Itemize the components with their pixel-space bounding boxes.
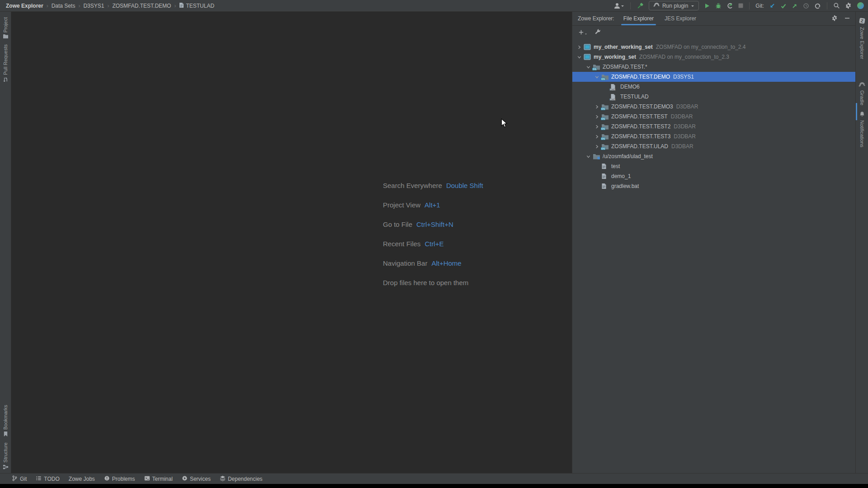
- toolwindow-button-bookmarks[interactable]: Bookmarks: [3, 405, 8, 438]
- breadcrumb: Zowe Explorer › Data Sets › D3SYS1 › ZOS…: [6, 2, 214, 9]
- breadcrumb-item[interactable]: D3SYS1: [83, 3, 104, 9]
- member-icon: MEM: [610, 84, 618, 90]
- toolwindow-button-pull-requests[interactable]: Pull Requests: [3, 44, 9, 84]
- tree-item-label: ZOSMFAD.TEST.DEMO: [611, 74, 670, 80]
- tab-file-explorer[interactable]: File Explorer: [623, 12, 654, 25]
- breadcrumb-separator: ›: [107, 3, 109, 9]
- toolwindow-button-gradle[interactable]: Gradle: [859, 82, 865, 105]
- tree-item-suffix: D3DBAR: [676, 103, 698, 110]
- tree-row[interactable]: DSZOSMFAD.TEST.DEMO3D3DBAR: [572, 102, 855, 112]
- working-set-icon: [584, 44, 592, 50]
- tree-row[interactable]: /u/zosmfad/ulad_test: [572, 151, 855, 161]
- wrench-settings-icon[interactable]: [594, 28, 601, 36]
- profile-avatar[interactable]: [857, 1, 864, 11]
- settings-gear-icon[interactable]: [845, 1, 852, 11]
- tree-row[interactable]: DSZOSMFAD.TEST.TEST3D3DBAR: [572, 131, 855, 141]
- git-update-icon[interactable]: [769, 1, 775, 11]
- uss-file-icon: [601, 173, 609, 179]
- chevron-expanded-icon[interactable]: [593, 75, 601, 80]
- active-toolwindow-indicator: [856, 103, 857, 120]
- tree-item-label: my_other_working_set: [594, 44, 653, 50]
- tree-row[interactable]: DSZOSMFAD.TEST.TEST2D3DBAR: [572, 122, 855, 131]
- panel-settings-gear-icon[interactable]: [831, 15, 838, 23]
- tree-item-suffix: ZOSMFAD on my_connection_to_2.3: [639, 54, 729, 60]
- editor-area[interactable]: Search EverywhereDouble Shift Project Vi…: [11, 12, 572, 473]
- status-item-label: Zowe Jobs: [69, 476, 95, 482]
- status-item-git[interactable]: Git: [12, 475, 27, 483]
- breadcrumb-item[interactable]: TESTULAD: [179, 2, 214, 9]
- git-commit-icon[interactable]: [780, 1, 787, 11]
- toolwindow-button-structure[interactable]: Structure: [3, 442, 9, 471]
- chevron-collapsed-icon[interactable]: [593, 144, 601, 149]
- status-item-dependencies[interactable]: Dependencies: [220, 475, 263, 483]
- debug-button[interactable]: [715, 1, 722, 11]
- breadcrumb-item[interactable]: Zowe Explorer: [6, 3, 43, 9]
- tree-item-suffix: D3DBAR: [671, 113, 693, 120]
- tree-item-suffix: D3DBAR: [674, 133, 696, 140]
- tree-row[interactable]: my_other_working_setZOSMFAD on my_connec…: [572, 42, 855, 52]
- chevron-expanded-icon[interactable]: [584, 65, 593, 70]
- toolwindow-label: Gradle: [859, 90, 865, 105]
- left-toolwindow-bar: Project Pull Requests Bookmarks Structur…: [0, 12, 11, 473]
- status-item-label: TODO: [44, 476, 59, 482]
- profiler-button[interactable]: [726, 1, 733, 11]
- chevron-collapsed-icon[interactable]: [593, 104, 601, 109]
- shortcut-label: Navigation Bar: [383, 259, 427, 267]
- status-item-label: Git: [20, 476, 27, 482]
- toolbar-separator: [749, 2, 750, 9]
- build-hammer-icon[interactable]: [637, 1, 644, 11]
- tree-row[interactable]: demo_1: [572, 171, 855, 181]
- user-account-icon[interactable]: [613, 1, 624, 11]
- toolwindow-label: Structure: [3, 442, 8, 463]
- tree-item-label: TESTULAD: [620, 94, 649, 100]
- status-item-label: Dependencies: [228, 476, 263, 482]
- chevron-collapsed-icon[interactable]: [593, 134, 601, 139]
- toolwindow-button-zowe-explorer[interactable]: Z Zowe Explorer: [859, 17, 866, 59]
- notifications-bell-icon: [859, 111, 865, 119]
- shortcut-key: Ctrl+E: [425, 240, 443, 248]
- toolbar-actions: Run plugin Git:: [613, 1, 864, 11]
- toolwindow-label: Project: [3, 17, 8, 33]
- tree-row[interactable]: gradlew.bat: [572, 181, 855, 191]
- chevron-collapsed-icon[interactable]: [593, 124, 601, 129]
- tree-row[interactable]: DSZOSMFAD.TEST.*: [572, 62, 855, 72]
- run-button[interactable]: [704, 1, 710, 11]
- shortcut-key: Ctrl+Shift+N: [416, 221, 453, 228]
- tree-row[interactable]: MEMTESTULAD: [572, 92, 855, 102]
- breadcrumb-item[interactable]: ZOSMFAD.TEST.DEMO: [112, 3, 171, 9]
- shortcuts-help-panel: Search EverywhereDouble Shift Project Vi…: [383, 182, 483, 286]
- chevron-collapsed-icon[interactable]: [575, 45, 584, 50]
- tree-row[interactable]: DSZOSMFAD.TEST.DEMOD3SYS1: [572, 72, 855, 82]
- chevron-expanded-icon[interactable]: [584, 154, 593, 159]
- status-item-zowe-jobs[interactable]: Zowe Jobs: [69, 476, 95, 482]
- panel-minimize-icon[interactable]: [844, 15, 850, 22]
- rollback-icon[interactable]: [814, 1, 821, 11]
- bottom-strip: [0, 484, 868, 488]
- panel-tabs: File Explorer JES Explorer: [623, 12, 696, 25]
- toolbar-separator: [827, 2, 827, 9]
- tab-jes-explorer[interactable]: JES Explorer: [665, 12, 696, 25]
- status-item-services[interactable]: Services: [182, 475, 211, 483]
- add-icon[interactable]: [578, 29, 587, 35]
- structure-icon: [3, 464, 9, 471]
- tree-row[interactable]: MEMDEMO6: [572, 82, 855, 92]
- dependencies-icon: [220, 475, 226, 483]
- tree-row[interactable]: test: [572, 161, 855, 171]
- breadcrumb-item[interactable]: Data Sets: [52, 3, 75, 9]
- chevron-expanded-icon[interactable]: [575, 55, 584, 60]
- toolwindow-label: Pull Requests: [3, 44, 8, 75]
- search-everywhere-icon[interactable]: [833, 1, 840, 11]
- toolwindow-label: Zowe Explorer: [859, 27, 865, 59]
- tree-row[interactable]: DSZOSMFAD.TEST.ULADD3DBAR: [572, 141, 855, 151]
- tree-row[interactable]: my_working_setZOSMFAD on my_connection_t…: [572, 52, 855, 62]
- toolwindow-button-project[interactable]: Project: [3, 17, 9, 40]
- git-push-icon[interactable]: [792, 1, 798, 11]
- tree-row[interactable]: DSZOSMFAD.TEST.TESTD3DBAR: [572, 112, 855, 122]
- toolwindow-button-notifications[interactable]: Notifications: [859, 111, 865, 147]
- status-item-problems[interactable]: Problems: [104, 475, 135, 483]
- status-item-todo[interactable]: TODO: [36, 475, 59, 483]
- panel-title: Zowe Explorer:: [578, 15, 614, 22]
- run-configuration-select[interactable]: Run plugin: [649, 1, 699, 10]
- chevron-collapsed-icon[interactable]: [593, 114, 601, 119]
- status-item-terminal[interactable]: Terminal: [144, 475, 173, 483]
